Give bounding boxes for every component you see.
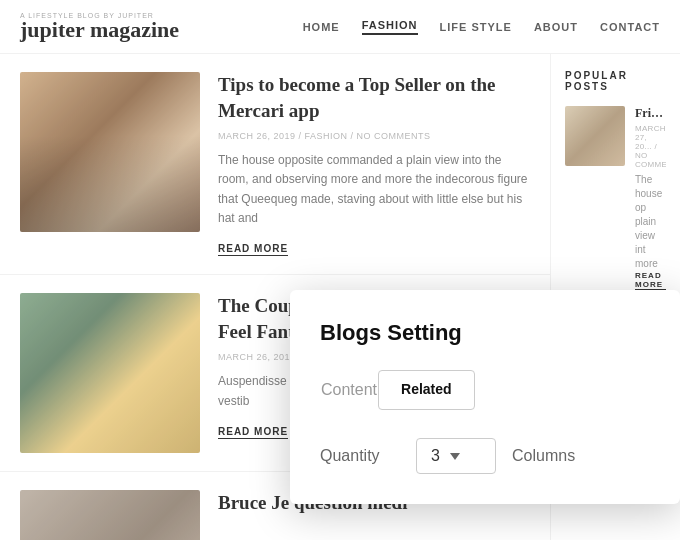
tab-content[interactable]: Content	[320, 370, 378, 410]
modal-tabs: Content Related	[320, 370, 650, 410]
columns-label: Columns	[512, 447, 575, 465]
quantity-select[interactable]: 3	[416, 438, 496, 474]
quantity-value: 3	[431, 447, 440, 465]
tab-related[interactable]: Related	[378, 370, 475, 410]
chevron-down-icon	[450, 453, 460, 460]
modal-title: Blogs Setting	[320, 320, 650, 346]
blogs-setting-modal: Blogs Setting Content Related Quantity 3…	[290, 290, 680, 504]
modal-overlay[interactable]: Blogs Setting Content Related Quantity 3…	[0, 0, 680, 540]
quantity-label: Quantity	[320, 447, 400, 465]
quantity-row: Quantity 3 Columns	[320, 438, 650, 474]
